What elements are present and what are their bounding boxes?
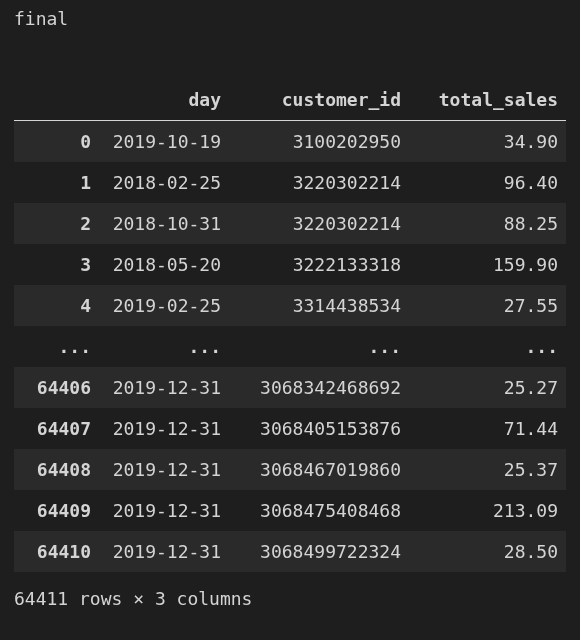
dataframe-summary: 64411 rows × 3 columns <box>14 588 566 609</box>
table-row: 4 2019-02-25 3314438534 27.55 <box>14 285 566 326</box>
cell-total-sales: 28.50 <box>409 531 566 572</box>
cell-index: 2 <box>14 203 99 244</box>
cell-total-sales: 27.55 <box>409 285 566 326</box>
ellipsis-cell: ... <box>229 326 409 367</box>
header-total-sales: total_sales <box>409 79 566 121</box>
header-day: day <box>99 79 229 121</box>
table-row: 64409 2019-12-31 3068475408468 213.09 <box>14 490 566 531</box>
cell-customer-id: 3068467019860 <box>229 449 409 490</box>
cell-day: 2019-12-31 <box>99 449 229 490</box>
table-row: 0 2019-10-19 3100202950 34.90 <box>14 121 566 163</box>
cell-index: 4 <box>14 285 99 326</box>
cell-index: 1 <box>14 162 99 203</box>
cell-customer-id: 3068405153876 <box>229 408 409 449</box>
cell-total-sales: 96.40 <box>409 162 566 203</box>
table-row: 1 2018-02-25 3220302214 96.40 <box>14 162 566 203</box>
cell-day: 2018-05-20 <box>99 244 229 285</box>
cell-day: 2019-10-19 <box>99 121 229 163</box>
table-row: 64410 2019-12-31 3068499722324 28.50 <box>14 531 566 572</box>
cell-day: 2019-12-31 <box>99 531 229 572</box>
cell-index: 64409 <box>14 490 99 531</box>
cell-index: 64406 <box>14 367 99 408</box>
cell-customer-id: 3222133318 <box>229 244 409 285</box>
cell-total-sales: 71.44 <box>409 408 566 449</box>
header-customer-id: customer_id <box>229 79 409 121</box>
header-index <box>14 79 99 121</box>
cell-customer-id: 3068475408468 <box>229 490 409 531</box>
dataframe-table: day customer_id total_sales 0 2019-10-19… <box>14 79 566 572</box>
table-row: 2 2018-10-31 3220302214 88.25 <box>14 203 566 244</box>
cell-day: 2018-02-25 <box>99 162 229 203</box>
table-row: 64408 2019-12-31 3068467019860 25.37 <box>14 449 566 490</box>
cell-total-sales: 25.27 <box>409 367 566 408</box>
cell-index: 3 <box>14 244 99 285</box>
cell-day: 2019-02-25 <box>99 285 229 326</box>
variable-name: final <box>14 8 566 29</box>
ellipsis-cell: ... <box>14 326 99 367</box>
cell-day: 2019-12-31 <box>99 367 229 408</box>
cell-customer-id: 3068499722324 <box>229 531 409 572</box>
cell-index: 64407 <box>14 408 99 449</box>
cell-total-sales: 88.25 <box>409 203 566 244</box>
cell-total-sales: 213.09 <box>409 490 566 531</box>
cell-customer-id: 3068342468692 <box>229 367 409 408</box>
cell-index: 64410 <box>14 531 99 572</box>
cell-total-sales: 159.90 <box>409 244 566 285</box>
cell-day: 2018-10-31 <box>99 203 229 244</box>
cell-index: 64408 <box>14 449 99 490</box>
cell-day: 2019-12-31 <box>99 490 229 531</box>
table-row: 64407 2019-12-31 3068405153876 71.44 <box>14 408 566 449</box>
table-row: 3 2018-05-20 3222133318 159.90 <box>14 244 566 285</box>
ellipsis-row: ... ... ... ... <box>14 326 566 367</box>
cell-customer-id: 3220302214 <box>229 162 409 203</box>
cell-total-sales: 34.90 <box>409 121 566 163</box>
ellipsis-cell: ... <box>99 326 229 367</box>
table-row: 64406 2019-12-31 3068342468692 25.27 <box>14 367 566 408</box>
cell-customer-id: 3220302214 <box>229 203 409 244</box>
ellipsis-cell: ... <box>409 326 566 367</box>
cell-customer-id: 3314438534 <box>229 285 409 326</box>
cell-total-sales: 25.37 <box>409 449 566 490</box>
cell-day: 2019-12-31 <box>99 408 229 449</box>
header-row: day customer_id total_sales <box>14 79 566 121</box>
cell-index: 0 <box>14 121 99 163</box>
cell-customer-id: 3100202950 <box>229 121 409 163</box>
